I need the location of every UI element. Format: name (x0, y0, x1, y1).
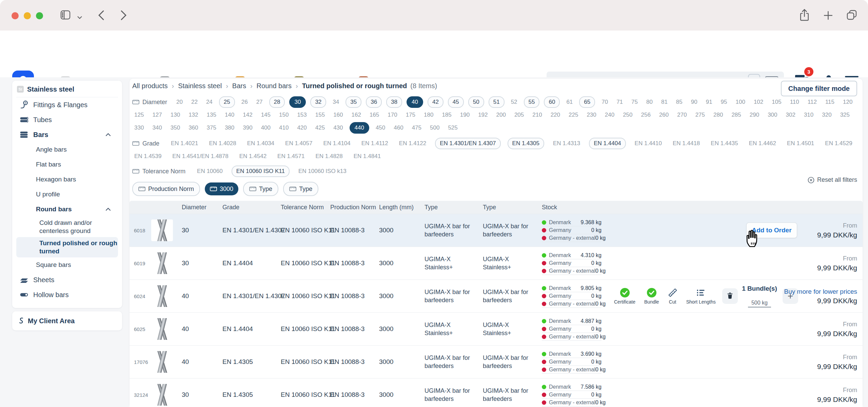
filter-chip-label: 80 (646, 99, 653, 105)
filter-chip-en-1-4313: EN 1.4313 (551, 138, 582, 149)
back-icon[interactable] (98, 10, 104, 22)
stock-location: Denmark (549, 252, 571, 258)
minimize-button[interactable] (24, 12, 31, 19)
table-row-32124[interactable]: 3212430EN 1.4305EN 10060 ISO K11EN 10088… (130, 378, 863, 407)
filter-chip-475: 475 (410, 123, 423, 133)
filter-chip-36[interactable]: 36 (366, 96, 382, 108)
filter-chip-type[interactable]: Type (283, 182, 318, 196)
in-stock-dot (542, 253, 546, 257)
filter-chip-3000[interactable]: 3000 (205, 182, 238, 195)
product-thumbnail[interactable] (151, 219, 173, 241)
sidebar-item-turned-polished-or-rough-turned[interactable]: Turned polished or rough turned (16, 237, 118, 257)
tabs-icon[interactable] (846, 9, 857, 22)
ruler-icon (210, 187, 217, 191)
breadcrumb-link-round-bars[interactable]: Round bars (257, 82, 292, 90)
price-block: From9,99 DKK/kg (817, 386, 857, 404)
filter-chip-label: 45 (453, 99, 459, 105)
price-prefix: From (817, 254, 857, 263)
filter-chip-32[interactable]: 32 (310, 96, 326, 108)
product-thumbnail[interactable] (151, 318, 173, 340)
filter-chip-label: 256 (641, 112, 651, 118)
table-row-17076[interactable]: 1707640EN 1.4305EN 10060 ISO K11EN 10088… (130, 345, 863, 378)
new-tab-icon[interactable] (823, 11, 833, 22)
filter-chip-type[interactable]: Type (243, 182, 278, 196)
zoom-button[interactable] (36, 12, 43, 19)
filter-label-diameter: Diameter (132, 99, 167, 106)
sidebar-item-hollow-bars[interactable]: Hollow bars (16, 287, 118, 302)
filter-chip-45[interactable]: 45 (448, 96, 464, 108)
filter-chip-30[interactable]: 30 (289, 96, 306, 108)
table-row-6024[interactable]: 602440EN 1.4301/EN 1.4307EN 10060 ISO K1… (130, 279, 863, 312)
sidebar-icon[interactable] (60, 10, 71, 21)
sidebar-item-square-bars[interactable]: Square bars (16, 257, 118, 272)
filter-chip-38[interactable]: 38 (386, 96, 402, 108)
bundle-count: 1 Bundle(s) (738, 285, 781, 292)
bundle-weight-input[interactable]: 500 kg (748, 299, 771, 308)
filter-group-name: Grade (142, 140, 159, 147)
table-row-6025[interactable]: 602540EN 1.4404EN 10060 ISO K11EN 10088-… (130, 312, 863, 345)
forward-icon[interactable] (121, 10, 126, 22)
price-block: Buy more for lower prices9,99 DKK/kg (784, 287, 857, 305)
filter-chip-en-1-4301-en-1-4307[interactable]: EN 1.4301/EN 1.4307 (435, 138, 500, 149)
filter-chip-25[interactable]: 25 (219, 96, 235, 108)
buy-more-link[interactable]: Buy more for lower prices (784, 287, 857, 296)
filter-chip-production-norm[interactable]: Production Norm (132, 182, 200, 196)
price-value: 9,99 DKK/kg (817, 362, 857, 371)
sidebar-item-fittings-flanges[interactable]: Fittings & Flanges (16, 97, 118, 112)
filter-chip-440[interactable]: 440 (350, 122, 369, 134)
product-thumbnail[interactable] (151, 285, 173, 307)
sidebar-item-u-profile[interactable]: U profile (16, 187, 118, 202)
filter-chip-50[interactable]: 50 (468, 96, 484, 108)
product-thumbnail[interactable] (151, 384, 173, 406)
breadcrumb-link-bars[interactable]: Bars (232, 82, 246, 90)
cell-production-norm: EN 10088-3 (330, 325, 364, 333)
filter-chip-270: 270 (675, 110, 689, 120)
table-row-6018[interactable]: 601830EN 1.4301/EN 1.4307EN 10060 ISO K1… (130, 214, 863, 247)
filter-chip-40[interactable]: 40 (407, 96, 423, 108)
reset-all-filters[interactable]: Reset all filters (808, 176, 857, 183)
filter-chip-175: 175 (404, 110, 417, 120)
filter-chip-302: 302 (784, 110, 797, 120)
filter-chip-label: 260 (659, 112, 669, 118)
filter-chip-51[interactable]: 51 (489, 96, 505, 108)
filter-chip-205: 205 (512, 110, 526, 120)
sidebar-item-bars[interactable]: Bars (16, 127, 118, 142)
sidebar-item-round-bars[interactable]: Round bars (16, 202, 118, 217)
breadcrumb-link-stainless-steel[interactable]: Stainless steel (178, 82, 222, 90)
filter-chip-label: EN 1.4462 (749, 140, 776, 147)
filter-chip-410: 410 (277, 123, 291, 133)
filter-chip-35[interactable]: 35 (346, 96, 361, 108)
sidebar-item-angle-bars[interactable]: Angle bars (16, 142, 118, 157)
sidebar-item-hexagon-bars[interactable]: Hexagon bars (16, 172, 118, 187)
filter-chip-60[interactable]: 60 (544, 96, 560, 108)
sidebar-item-flat-bars[interactable]: Flat bars (16, 157, 118, 172)
sidebar-item-label: Square bars (36, 261, 71, 269)
filter-chip-en-10060-iso-k11[interactable]: EN 10060 ISO K11 (232, 166, 290, 177)
sidebar-category-header[interactable]: StStainless steel (16, 81, 118, 97)
remove-bundle-button[interactable] (722, 288, 738, 304)
filter-chip-label: EN 1.4435 (711, 140, 738, 147)
filter-chip-28[interactable]: 28 (269, 96, 285, 108)
feature-label: Short Lengths (686, 299, 716, 305)
share-icon[interactable] (800, 9, 809, 23)
stock-line-germany: Germany0 kg (542, 292, 601, 300)
sidebar-item-tubes[interactable]: Tubes (16, 112, 118, 127)
product-thumbnail[interactable] (151, 351, 173, 373)
chevron-down-icon[interactable] (77, 14, 82, 20)
filter-chip-42[interactable]: 42 (428, 96, 443, 108)
filter-chip-65[interactable]: 65 (579, 96, 595, 108)
table-row-6019[interactable]: 601930EN 1.4404EN 10060 ISO K11EN 10088-… (130, 247, 863, 279)
change-filter-mode-button[interactable]: Change filter mode (781, 81, 857, 96)
row-id: 6025 (134, 326, 145, 332)
filter-chip-55[interactable]: 55 (524, 96, 540, 108)
filter-chip-en-1-4404[interactable]: EN 1.4404 (589, 138, 626, 149)
breadcrumb-link-all-products[interactable]: All products (132, 82, 168, 90)
close-button[interactable] (12, 12, 19, 19)
filter-chip-en-1-4305[interactable]: EN 1.4305 (508, 138, 544, 149)
sidebar-item-cold-drawn-and-or-centerless-ground[interactable]: Cold drawn and/or centerless ground (16, 217, 118, 237)
add-to-order-button[interactable]: Add to Order (746, 222, 797, 238)
sidebar-item-sheets[interactable]: Sheets (16, 272, 118, 287)
my-client-area-link[interactable]: My Client Area (12, 311, 122, 330)
product-thumbnail[interactable] (151, 252, 173, 274)
cell-length: 3000 (379, 358, 393, 366)
